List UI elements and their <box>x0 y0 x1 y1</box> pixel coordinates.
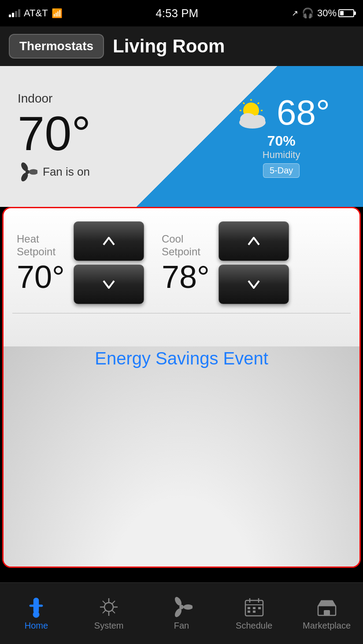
control-card: Heat Setpoint 70° <box>2 207 361 568</box>
indoor-section: Indoor 70° Fan is on <box>0 66 200 207</box>
headphones-icon: 🎧 <box>302 7 314 19</box>
battery-percent: 30% <box>317 7 337 19</box>
fan-status-text: Fan is on <box>43 165 90 179</box>
location-icon: ↗ <box>292 8 298 18</box>
nav-item-fan[interactable]: Fan <box>145 596 218 631</box>
heat-controls <box>74 221 144 304</box>
nav-item-home[interactable]: Home <box>0 596 73 631</box>
time-display: 4:53 PM <box>156 7 198 20</box>
svg-point-15 <box>251 115 265 125</box>
humidity-value: 70% <box>267 133 296 149</box>
nav-item-schedule[interactable]: Schedule <box>218 596 290 631</box>
nav-item-system[interactable]: System <box>73 596 145 631</box>
svg-rect-43 <box>324 610 330 615</box>
fan-status: Fan is on <box>18 162 200 182</box>
svg-rect-40 <box>248 611 250 613</box>
status-right: ↗ 🎧 30% <box>292 7 354 19</box>
humidity-label: Humidity <box>263 149 300 161</box>
cool-setpoint-group: Cool Setpoint 78° <box>162 233 210 293</box>
setpoint-section: Heat Setpoint 70° <box>4 208 359 313</box>
fan-icon <box>18 162 37 182</box>
svg-point-18 <box>33 611 39 618</box>
weather-top-row: 68° <box>233 95 330 130</box>
top-section: Indoor 70° Fan is on <box>0 66 363 207</box>
wifi-icon: 📶 <box>52 8 63 18</box>
svg-rect-37 <box>248 607 250 609</box>
cool-up-button[interactable] <box>219 221 289 261</box>
cool-setpoint-value: 78° <box>162 261 210 293</box>
nav-label-system: System <box>94 621 124 631</box>
cool-setpoint-label: Cool Setpoint <box>162 233 200 258</box>
nav-item-marketplace[interactable]: Marketplace <box>290 596 363 631</box>
nav-label-schedule: Schedule <box>236 621 272 631</box>
outdoor-temperature: 68° <box>277 95 330 130</box>
svg-line-27 <box>112 601 115 604</box>
svg-rect-39 <box>258 607 261 609</box>
weather-icon <box>233 95 272 130</box>
thermostats-back-button[interactable]: Thermostats <box>9 34 104 59</box>
status-bar: AT&T 📶 4:53 PM ↗ 🎧 30% <box>0 0 363 26</box>
marketplace-icon <box>316 596 338 618</box>
nav-label-home: Home <box>25 621 48 631</box>
nav-label-marketplace: Marketplace <box>303 621 351 631</box>
bottom-nav: Home System Fan <box>0 582 363 644</box>
weather-section: 68° 70% Humidity 5-Day <box>200 66 363 207</box>
carrier-label: AT&T <box>24 7 48 19</box>
energy-savings-link[interactable]: Energy Savings Event <box>4 313 359 404</box>
five-day-button[interactable]: 5-Day <box>263 163 300 178</box>
svg-point-31 <box>183 604 193 610</box>
svg-point-2 <box>29 169 37 175</box>
heat-setpoint-group: Heat Setpoint 70° <box>17 233 65 293</box>
system-icon <box>98 596 120 618</box>
heat-setpoint-label: Heat Setpoint <box>17 233 56 258</box>
battery-icon <box>338 9 354 17</box>
heat-down-button[interactable] <box>74 265 144 304</box>
heat-setpoint-value: 70° <box>17 261 65 293</box>
svg-line-9 <box>243 103 244 104</box>
battery-container: 30% <box>317 7 354 19</box>
schedule-icon <box>243 596 265 618</box>
cool-down-button[interactable] <box>219 265 289 304</box>
home-icon <box>25 596 47 618</box>
fan-nav-icon <box>170 596 193 618</box>
status-left: AT&T 📶 <box>9 7 63 19</box>
main-content: Indoor 70° Fan is on <box>0 66 363 582</box>
nav-header: Thermostats Living Room <box>0 26 363 66</box>
room-title: Living Room <box>113 36 225 57</box>
svg-rect-19 <box>35 602 37 612</box>
svg-line-28 <box>103 610 106 613</box>
heat-up-button[interactable] <box>74 221 144 261</box>
svg-line-25 <box>103 601 106 604</box>
svg-rect-38 <box>253 607 256 609</box>
cool-controls <box>219 221 289 304</box>
svg-rect-41 <box>253 611 256 613</box>
indoor-temperature: 70° <box>18 109 200 158</box>
nav-label-fan: Fan <box>174 621 189 631</box>
svg-line-26 <box>112 610 115 613</box>
svg-line-11 <box>258 103 259 104</box>
indoor-label: Indoor <box>18 92 200 106</box>
signal-bars <box>9 9 20 17</box>
